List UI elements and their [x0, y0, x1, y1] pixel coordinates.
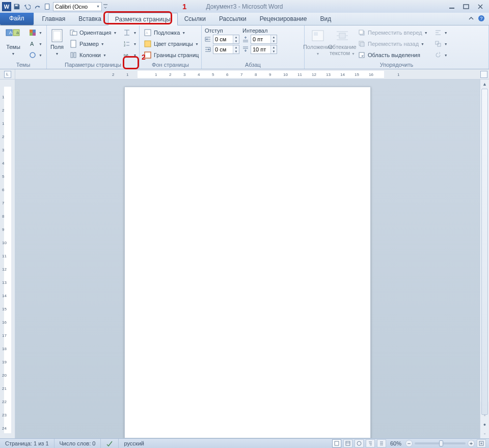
indent-left-spinbox[interactable]: 0 см▲▼	[213, 35, 239, 44]
minimize-button[interactable]	[447, 3, 456, 11]
zoom-slider[interactable]	[415, 442, 466, 444]
theme-colors-button[interactable]: ▼	[26, 28, 44, 38]
align-button: ▼	[432, 28, 450, 38]
svg-rect-9	[30, 30, 33, 33]
spacing-before-spinbox[interactable]: 0 пт▲▼	[251, 35, 277, 44]
group-paragraph: Отступ 0 см▲▼ 0 см▲▼ Интервал 0 пт▲▼ 10 …	[202, 25, 305, 69]
status-page[interactable]: Страница: 1 из 1	[0, 439, 55, 448]
help-icon[interactable]: ?	[478, 15, 485, 23]
tab-page-layout[interactable]: Разметка страницы	[108, 13, 178, 25]
spacing-after-icon	[241, 45, 250, 54]
word-app-icon[interactable]: W	[2, 2, 11, 11]
tab-selector[interactable]: L	[0, 69, 15, 79]
browse-object-button[interactable]: ●	[480, 420, 489, 429]
svg-rect-10	[33, 30, 36, 33]
view-outline[interactable]	[366, 439, 375, 447]
svg-rect-38	[438, 43, 441, 46]
svg-rect-27	[145, 41, 151, 47]
close-button[interactable]	[476, 3, 485, 11]
view-full-screen[interactable]	[343, 439, 352, 447]
page[interactable]	[124, 87, 371, 438]
svg-rect-30	[314, 32, 318, 36]
svg-rect-18	[72, 32, 77, 35]
undo-icon[interactable]	[22, 2, 32, 11]
ruler-toggle[interactable]	[479, 69, 489, 79]
themes-button[interactable]: Aa Темы▼	[2, 27, 24, 61]
line-numbers-button[interactable]: 12▼	[121, 39, 139, 49]
save-icon[interactable]	[12, 2, 21, 11]
svg-text:?: ?	[480, 16, 482, 21]
breaks-button[interactable]: ▼	[121, 28, 139, 38]
spacing-before-icon	[241, 35, 250, 43]
group-label-themes: Темы	[2, 61, 44, 69]
page-borders-button[interactable]: Границы страниц	[142, 50, 201, 60]
group-themes: Aa Темы▼ ▼ A▼ ▼ Темы	[0, 25, 47, 69]
indent-right-spinbox[interactable]: 0 см▲▼	[213, 45, 239, 54]
view-web-layout[interactable]	[355, 439, 364, 447]
spacing-after-spinbox[interactable]: 10 пт▲▼	[251, 45, 277, 54]
size-button[interactable]: Размер ▼	[67, 39, 119, 49]
send-backward-button: Переместить назад ▼	[356, 39, 430, 49]
svg-rect-19	[71, 40, 76, 47]
status-language[interactable]: русский	[119, 439, 149, 448]
svg-rect-33	[359, 30, 363, 34]
watermark-button[interactable]: AПодложка ▼	[142, 28, 201, 38]
status-bar: Страница: 1 из 1 Число слов: 0 русский 6…	[0, 438, 489, 448]
next-page-button[interactable]: ◦	[480, 429, 489, 438]
indent-right-icon	[204, 45, 212, 54]
zoom-fit-button[interactable]	[477, 439, 486, 447]
svg-text:A: A	[30, 41, 34, 47]
new-doc-icon[interactable]	[43, 2, 52, 11]
qat-more-icon[interactable]	[103, 3, 108, 10]
selection-pane-button[interactable]: Область выделения	[356, 50, 430, 60]
status-word-count[interactable]: Число слов: 0	[55, 439, 101, 448]
scroll-thumb[interactable]	[481, 89, 488, 415]
zoom-out-button[interactable]: −	[405, 440, 413, 447]
svg-text:A: A	[9, 30, 12, 35]
hyphenation-button[interactable]: bē▼	[121, 50, 139, 60]
svg-rect-11	[30, 33, 33, 36]
svg-text:A: A	[146, 31, 148, 35]
theme-fonts-button[interactable]: A▼	[26, 39, 44, 49]
vertical-scrollbar[interactable]: ▲ ▼ ◦ ● ◦	[480, 80, 489, 438]
tab-insert[interactable]: Вставка	[72, 13, 108, 25]
quick-access-toolbar: W Calibri (Осно▼	[0, 1, 110, 12]
svg-rect-40	[346, 441, 350, 445]
maximize-button[interactable]	[461, 3, 471, 11]
svg-text:bē: bē	[124, 53, 128, 58]
theme-effects-button[interactable]: ▼	[26, 50, 44, 60]
view-print-layout[interactable]	[332, 439, 341, 447]
tab-review[interactable]: Рецензирование	[253, 13, 314, 25]
scroll-up-button[interactable]: ▲	[480, 80, 489, 89]
redo-icon[interactable]	[33, 2, 42, 11]
window-title: Документ3 - Microsoft Word	[206, 3, 283, 10]
tab-view[interactable]: Вид	[313, 13, 338, 25]
orientation-button[interactable]: Ориентация ▼	[67, 28, 119, 38]
page-color-button[interactable]: Цвет страницы ▼	[142, 39, 201, 49]
font-name: Calibri (Осно	[55, 4, 88, 10]
group-label-page-bg: Фон страницы	[142, 61, 199, 69]
vertical-ruler[interactable]: 1212345678910111213141516171819202122232…	[0, 80, 15, 438]
svg-rect-21	[74, 52, 76, 58]
workspace: 1212345678910111213141516171819202122232…	[0, 80, 489, 438]
view-draft[interactable]	[377, 439, 386, 447]
group-label-arrange: Упорядочить	[307, 61, 486, 69]
tab-home[interactable]: Главная	[36, 13, 72, 25]
tab-references[interactable]: Ссылки	[178, 13, 212, 25]
position-button: Положение▼	[307, 27, 329, 61]
tab-mailings[interactable]: Рассылки	[212, 13, 253, 25]
window-controls	[447, 3, 489, 11]
font-selector[interactable]: Calibri (Осно▼	[53, 2, 102, 11]
indent-header: Отступ	[204, 28, 239, 34]
file-tab[interactable]: Файл	[0, 13, 34, 25]
horizontal-ruler[interactable]: 21123456789101112131415161	[15, 69, 479, 79]
columns-button[interactable]: Колонки ▼	[67, 50, 119, 60]
document-area[interactable]	[15, 80, 480, 438]
zoom-in-button[interactable]: +	[468, 440, 475, 447]
minimize-ribbon-icon[interactable]	[468, 15, 475, 23]
svg-rect-36	[359, 52, 364, 58]
status-proofing[interactable]	[101, 439, 119, 448]
margins-button[interactable]: Поля▼	[49, 27, 65, 61]
ribbon-tabs: Файл Главная Вставка Разметка страницы С…	[0, 13, 489, 25]
zoom-level[interactable]: 60%	[390, 440, 401, 446]
